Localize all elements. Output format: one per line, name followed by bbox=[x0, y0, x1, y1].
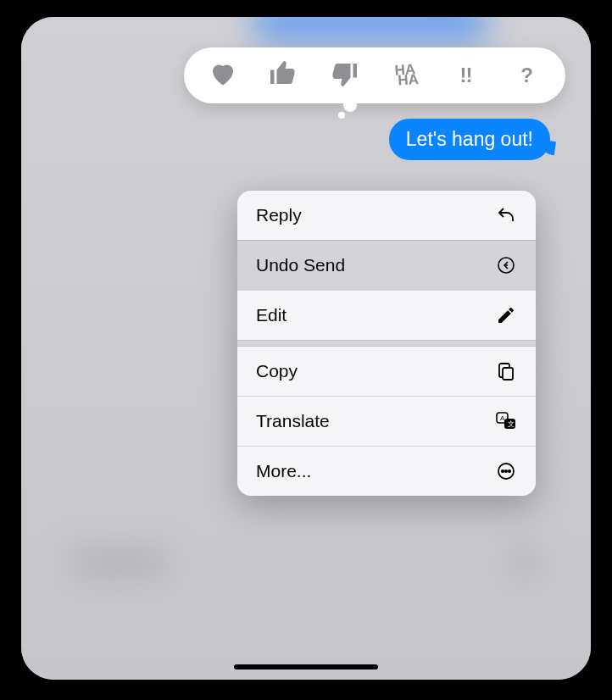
heart-icon bbox=[208, 58, 238, 92]
menu-label: Copy bbox=[256, 361, 298, 381]
tapback-tail bbox=[343, 98, 357, 112]
tapback-heart[interactable] bbox=[199, 52, 247, 99]
thumbs-down-icon bbox=[329, 58, 359, 92]
menu-edit[interactable]: Edit bbox=[237, 290, 536, 340]
bg-blob bbox=[252, 17, 489, 42]
translate-icon: A文 bbox=[495, 410, 517, 432]
home-indicator[interactable] bbox=[234, 664, 378, 669]
thumbs-up-icon bbox=[268, 58, 298, 92]
question-icon: ? bbox=[520, 64, 532, 87]
menu-label: Edit bbox=[256, 305, 287, 325]
message-text: Let's hang out! bbox=[406, 128, 533, 150]
tapback-exclaim[interactable]: !! bbox=[442, 52, 489, 99]
sent-message-bubble[interactable]: Let's hang out! bbox=[389, 119, 550, 160]
menu-translate[interactable]: Translate A文 bbox=[237, 396, 536, 446]
undo-icon bbox=[495, 254, 517, 276]
tapback-thumbs-down[interactable] bbox=[320, 52, 368, 99]
menu-more[interactable]: More... bbox=[237, 446, 536, 496]
svg-point-7 bbox=[502, 470, 504, 472]
menu-copy[interactable]: Copy bbox=[237, 347, 536, 396]
tapback-tail bbox=[338, 112, 345, 119]
haha-icon: HA HA bbox=[392, 64, 419, 86]
menu-undo-send[interactable]: Undo Send bbox=[237, 240, 536, 290]
svg-rect-1 bbox=[503, 368, 513, 380]
menu-label: Translate bbox=[256, 411, 330, 431]
device-frame: HA HA !! ? Let's hang out! Reply bbox=[9, 5, 603, 692]
tapback-bar: HA HA !! ? bbox=[184, 47, 565, 103]
exclamation-icon: !! bbox=[459, 64, 471, 87]
menu-separator bbox=[237, 340, 536, 347]
screen: HA HA !! ? Let's hang out! Reply bbox=[21, 17, 591, 680]
copy-icon bbox=[495, 360, 517, 382]
tapback-thumbs-up[interactable] bbox=[259, 52, 307, 99]
pencil-icon bbox=[495, 304, 517, 326]
tapback-haha[interactable]: HA HA bbox=[381, 52, 429, 99]
reply-icon bbox=[495, 204, 517, 226]
bg-blob bbox=[69, 547, 170, 578]
more-icon bbox=[495, 460, 517, 482]
menu-reply[interactable]: Reply bbox=[237, 191, 536, 240]
bg-blob bbox=[508, 546, 540, 578]
menu-label: Reply bbox=[256, 205, 302, 225]
svg-point-9 bbox=[509, 470, 510, 472]
menu-label: Undo Send bbox=[256, 255, 345, 275]
svg-point-8 bbox=[505, 470, 507, 472]
tapback-question[interactable]: ? bbox=[503, 52, 550, 99]
context-menu: Reply Undo Send Edit Copy bbox=[237, 191, 536, 496]
menu-label: More... bbox=[256, 461, 311, 481]
svg-text:文: 文 bbox=[508, 420, 515, 428]
